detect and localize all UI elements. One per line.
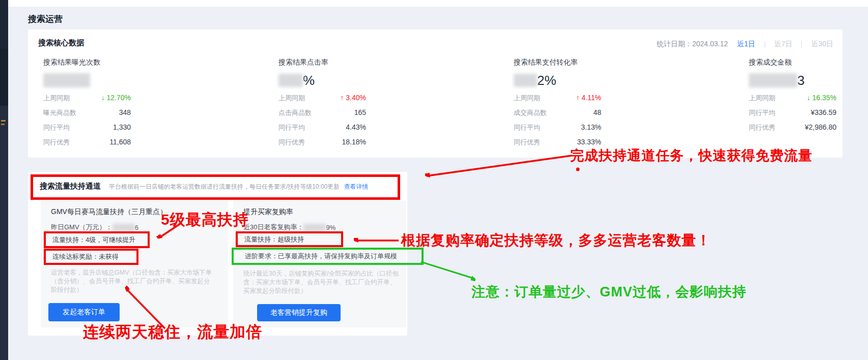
redacted-value <box>43 73 90 87</box>
subcard-title: 提升买家复购率 <box>243 207 293 217</box>
redacted-value <box>303 224 326 231</box>
yesterday-gmv-line: 昨日GMV（万元）： 6 <box>51 223 138 232</box>
row-label: 同行平均 <box>749 108 775 117</box>
row-label: 同行优秀 <box>514 138 540 147</box>
row-value: 18.18% <box>342 138 366 146</box>
requirement-text: 进阶要求：已享最高扶持，请保持复购率及订单规模 <box>245 252 397 261</box>
start-old-customer-order-button[interactable]: 发起老客订单 <box>48 303 120 321</box>
row-value: 1,330 <box>113 123 131 131</box>
annotation-green-box-requirement: 进阶要求：已享最高扶持，请保持复购率及订单规模 <box>232 248 424 265</box>
old-customer-marketing-button[interactable]: 老客营销提升复购 <box>257 304 341 321</box>
metric-row: 曝光商品数348 <box>43 108 131 117</box>
left-sidebar[interactable] <box>0 0 8 360</box>
metric-transaction-amount: 搜索成交金额 3 上周同期↓ 16.35% 同行平均¥336.59 同行优秀¥2… <box>749 29 851 158</box>
metric-row: 同行优秀18.18% <box>278 138 366 147</box>
super-support-text: 流量扶持：超级扶持 <box>244 235 304 244</box>
support-header: 搜索流量扶持通道 平台根据前一日店铺的老客运营数据进行流量扶持，每日任务要求/扶… <box>40 182 368 191</box>
metric-row: 同行平均4.43% <box>278 123 366 132</box>
sidebar-top-block <box>0 0 8 49</box>
annotation-repurchase-text: 根据复购率确定扶持等级，多多运营老客数量！ <box>401 231 711 250</box>
repurchase-support-subcard: 提升买家复购率 近30日老客复购率： 9% 流量扶持：超级扶持 进阶要求：已享最… <box>233 200 406 327</box>
red-dot <box>576 168 580 171</box>
metric-main-value: % <box>278 71 315 89</box>
annotation-notice-text: 注意：订单量过少、GMV过低，会影响扶持 <box>471 283 747 301</box>
metric-main-suffix: % <box>303 73 315 88</box>
stat-date-label: 统计日期：2024.03.12 <box>657 40 728 49</box>
search-core-data-card: 搜索核心数据 统计日期：2024.03.12 近1日 近7日 近30日 搜索结果… <box>28 29 843 158</box>
subcard-title: GMV每日赛马流量扶持（三月重点） <box>51 207 167 217</box>
metric-title: 搜索结果点击率 <box>278 58 328 67</box>
annotation-red-box-support-level: 流量扶持：4级，可继续提升 <box>44 231 150 248</box>
row-label: 同行平均 <box>514 123 540 132</box>
metric-title: 搜索结果支付转化率 <box>514 58 578 67</box>
metric-rows: 上周同期↑ 3.40% 点击商品数165 同行平均4.43% 同行优秀18.18… <box>278 94 366 153</box>
metric-row: 点击商品数165 <box>278 108 366 117</box>
page: 搜索运营 搜索核心数据 统计日期：2024.03.12 近1日 近7日 近30日… <box>0 0 868 360</box>
metric-row: 上周同期↓ 12.70% <box>43 94 131 103</box>
row-value: ↓ 12.70% <box>101 94 131 102</box>
metric-main-value: 2% <box>514 71 556 89</box>
redacted-value <box>749 73 797 87</box>
row-label: 上周同期 <box>43 94 70 103</box>
row-label: 曝光商品数 <box>43 108 76 117</box>
red-arrow-top <box>427 156 572 176</box>
row-value: ↓ 16.35% <box>807 94 836 102</box>
annotation-red-box-super-support: 流量扶持：超级扶持 <box>236 231 343 247</box>
metric-row: 同行平均1,330 <box>43 123 131 132</box>
row-label: 同行优秀 <box>278 138 305 147</box>
metric-main-value <box>43 71 90 89</box>
sidebar-menu-icon[interactable] <box>1 124 5 125</box>
support-title: 搜索流量扶持通道 <box>40 182 101 191</box>
row-value: ↑ 3.40% <box>340 94 366 102</box>
metric-row: 同行平均¥336.59 <box>749 108 836 117</box>
row-label: 同行平均 <box>43 123 70 132</box>
support-desc: 平台根据前一日店铺的老客运营数据进行流量扶持，每日任务要求/扶持等级10:00更… <box>109 183 340 191</box>
metric-rows: 上周同期↓ 16.35% 同行平均¥336.59 同行优秀¥2,986.80 <box>749 94 836 138</box>
row-value: 4.43% <box>346 123 366 131</box>
subcard-description: 运营老客，提升店铺总GMV（口径包含：买家大市场下单（含分销）、会员号开单、找工… <box>51 268 215 294</box>
metric-title: 搜索成交金额 <box>749 58 792 67</box>
page-title: 搜索运营 <box>28 13 63 25</box>
annotation-top-text: 完成扶持通道任务，快速获得免费流量 <box>570 146 813 165</box>
green-arrow-notice <box>421 262 474 279</box>
row-label: 上周同期 <box>749 94 775 103</box>
row-value: ↑ 4.11% <box>576 94 601 102</box>
streak-reward-text: 连续达标奖励：未获得 <box>52 252 119 261</box>
view-details-link[interactable]: 查看详情 <box>344 183 368 191</box>
repurchase-rate-line: 近30日老客复购率： 9% <box>243 223 335 232</box>
row-value: 348 <box>119 108 131 116</box>
row-label: 同行优秀 <box>43 138 70 147</box>
metric-click-rate: 搜索结果点击率 % 上周同期↑ 3.40% 点击商品数165 同行平均4.43%… <box>278 29 380 158</box>
metric-row: 上周同期↑ 3.40% <box>278 94 366 103</box>
repurchase-rate-suffix: 9% <box>326 224 335 231</box>
metric-row: 上周同期↑ 4.11% <box>514 94 601 103</box>
metric-row: 成交商品数48 <box>514 108 601 117</box>
metric-row: 同行优秀33.33% <box>514 138 601 147</box>
metric-main-suffix: 3 <box>797 73 804 88</box>
metric-row: 同行优秀¥2,986.80 <box>749 123 836 132</box>
sidebar-menu-icon[interactable] <box>1 120 6 122</box>
metric-main-value: 3 <box>749 71 804 89</box>
subcard-description: 统计最近30天，店铺复购买家/全部买家的占比（口径包含：买家大市场下单、会员号开… <box>243 269 402 295</box>
annotation-double-text: 连续两天稳住，流量加倍 <box>83 321 262 343</box>
metric-rows: 上周同期↑ 4.11% 成交商品数48 同行平均3.13% 同行优秀33.33% <box>514 94 601 153</box>
row-value: 165 <box>354 108 366 116</box>
row-label: 上周同期 <box>278 94 305 103</box>
redacted-value <box>514 74 537 87</box>
metric-rows: 上周同期↓ 12.70% 曝光商品数348 同行平均1,330 同行优秀11,6… <box>43 94 131 153</box>
annotation-red-box-streak-reward: 连续达标奖励：未获得 <box>44 249 138 265</box>
row-value: 11,608 <box>109 138 131 146</box>
metric-exposure: 搜索结果曝光次数 上周同期↓ 12.70% 曝光商品数348 同行平均1,330… <box>43 29 145 158</box>
row-label: 上周同期 <box>514 94 540 103</box>
sidebar-active-block <box>0 49 8 106</box>
support-level-text: 流量扶持：4级，可继续提升 <box>52 235 135 245</box>
metric-row: 同行平均3.13% <box>514 123 601 132</box>
redacted-value <box>113 224 135 231</box>
top-bar <box>8 0 868 7</box>
redacted-value <box>278 74 303 87</box>
metric-row: 同行优秀11,608 <box>43 138 131 147</box>
row-value: ¥336.59 <box>810 108 836 116</box>
traffic-support-card: 搜索流量扶持通道 平台根据前一日店铺的老客运营数据进行流量扶持，每日任务要求/扶… <box>28 172 407 336</box>
row-value: ¥2,986.80 <box>805 123 836 131</box>
metric-title: 搜索结果曝光次数 <box>43 58 100 67</box>
